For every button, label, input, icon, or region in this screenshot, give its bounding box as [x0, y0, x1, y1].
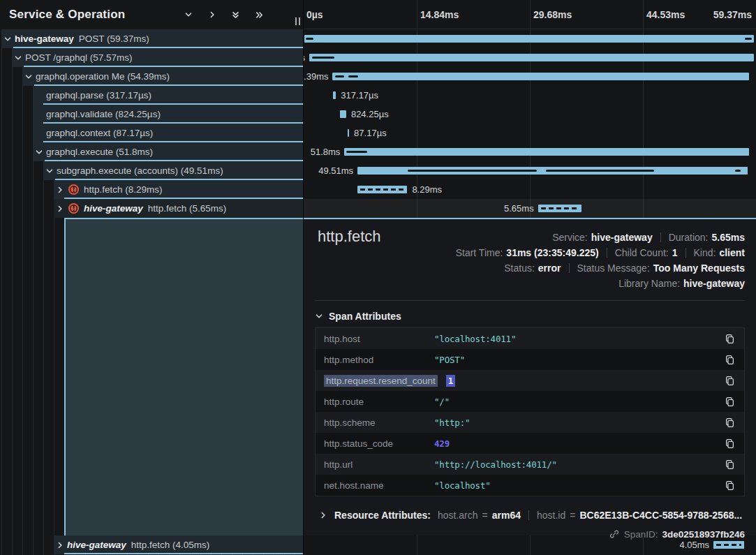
span-duration-bar[interactable]	[304, 35, 753, 43]
meta-value: 31ms (23:35:49.225)	[506, 247, 598, 258]
meta-value: 1	[672, 247, 678, 258]
attribute-row: http.route "/"	[316, 391, 744, 412]
tree-row[interactable]: ! hive-gateway http.fetch (5.65ms)	[0, 199, 303, 218]
span-tree-panel: Service & Operation ! hive-gateway POST …	[0, 0, 304, 555]
chevron-icon[interactable]	[34, 110, 44, 119]
tree-row[interactable]: ! POST /graphql (57.57ms)	[0, 48, 303, 67]
attribute-key: http.host	[324, 334, 434, 344]
timeline-row[interactable]: 824.25µs	[304, 105, 756, 124]
meta-label: Child Count:	[615, 247, 669, 258]
span-duration-bar[interactable]	[348, 129, 349, 137]
bar-child-mark	[346, 151, 367, 153]
span-duration-bar[interactable]	[333, 91, 336, 99]
tree-row[interactable]: ! http.fetch (8.29ms)	[0, 180, 303, 199]
timeline-row[interactable]: 49.51ms	[304, 161, 756, 180]
copy-icon[interactable]	[723, 395, 736, 408]
span-attributes-toggle[interactable]: Span Attributes	[315, 309, 745, 323]
panel-resize-handle[interactable]	[295, 17, 300, 25]
span-duration-bar[interactable]	[309, 54, 754, 61]
span-label: http.fetch (8.29ms)	[84, 184, 163, 195]
attribute-key: http.request.resend_count	[324, 376, 446, 386]
attribute-key: http.scheme	[324, 417, 434, 428]
meta-line: Status:errorStatus Message:Too Many Requ…	[504, 260, 745, 275]
span-duration-bar[interactable]	[357, 186, 407, 193]
equals-sign: =	[482, 510, 488, 521]
span-name-title: http.fetch	[315, 228, 381, 290]
collapse-one-level-icon[interactable]	[182, 9, 194, 21]
timeline-row[interactable]: 57.57ms	[304, 48, 756, 67]
tree-row[interactable]: ! graphql.parse (317.17µs)	[0, 86, 303, 105]
attribute-key: http.url	[324, 459, 434, 470]
tree-row[interactable]: ! graphql.validate (824.25µs)	[0, 105, 303, 124]
time-axis-tick-label: 0µs	[306, 0, 323, 29]
chevron-down-icon[interactable]	[13, 53, 23, 63]
span-attributes-title: Span Attributes	[329, 311, 401, 322]
resource-attribute-value: arm64	[492, 510, 521, 521]
chevron-right-icon[interactable]	[55, 204, 65, 214]
bar-child-mark	[546, 170, 655, 172]
timeline-row[interactable]: 317.17µs	[304, 86, 756, 105]
attribute-value: "http:"	[434, 417, 718, 428]
bar-duration-label: 49.51ms	[318, 161, 353, 180]
bar-child-mark	[312, 57, 334, 59]
tree-row[interactable]: ! graphql.operation Me (54.39ms)	[0, 67, 303, 86]
chevron-down-icon[interactable]	[3, 34, 13, 44]
copy-icon[interactable]	[723, 353, 736, 366]
tree-row[interactable]: ! subgraph.execute (accounts) (49.51ms)	[0, 161, 303, 180]
tree-row[interactable]: ! graphql.execute (51.8ms)	[0, 142, 303, 161]
attribute-value: "POST"	[434, 355, 718, 365]
chevron-right-icon[interactable]	[55, 185, 65, 195]
copy-icon[interactable]	[723, 479, 736, 491]
bar-child-mark	[306, 38, 313, 40]
chevron-down-icon[interactable]	[24, 72, 34, 82]
error-status-icon: !	[68, 203, 79, 214]
chevron-icon[interactable]	[34, 128, 44, 138]
link-icon[interactable]	[609, 529, 620, 540]
expand-one-level-icon[interactable]	[206, 9, 218, 21]
expand-all-icon[interactable]	[253, 9, 265, 21]
bar-duration-label: 317.17µs	[341, 86, 378, 105]
bar-duration-label: 57.57ms	[304, 48, 305, 67]
meta-label: Status Message:	[577, 262, 650, 274]
tree-row[interactable]: ! graphql.context (87.17µs)	[0, 124, 303, 142]
vertical-divider	[607, 248, 607, 258]
copy-icon[interactable]	[723, 332, 736, 345]
copy-icon[interactable]	[723, 374, 736, 387]
attribute-key: net.host.name	[324, 480, 434, 491]
resource-attributes-preview: host.arch=arm64host.id=BC62E13B-C4CC-585…	[438, 510, 745, 521]
attribute-value: 429	[434, 438, 718, 449]
chevron-right-icon[interactable]	[55, 540, 65, 550]
meta-label: Start Time:	[456, 247, 503, 258]
attribute-row: http.request.resend_count 1	[316, 370, 744, 391]
tree-row[interactable]: ! hive-gateway http.fetch (4.05ms)	[0, 535, 303, 554]
timeline-row[interactable]	[304, 29, 756, 48]
bar-duration-label: 8.29ms	[412, 180, 442, 199]
span-duration-bar[interactable]	[340, 110, 346, 118]
span-label: graphql.parse (317.17µs)	[46, 90, 151, 101]
timeline-row[interactable]: 5.65ms	[304, 199, 756, 218]
copy-icon[interactable]	[723, 458, 736, 471]
tree-row[interactable]: ! hive-gateway POST (59.37ms)	[0, 29, 303, 48]
resource-attributes-toggle[interactable]: Resource Attributes: host.arch=arm64host…	[315, 508, 745, 523]
detail-header: http.fetch Service:hive-gatewayDuration:…	[315, 219, 745, 290]
meta-label: Status:	[504, 262, 535, 274]
chevron-icon[interactable]	[34, 91, 44, 101]
span-duration-bar[interactable]	[344, 148, 749, 156]
meta-line: Start Time:31ms (23:35:49.225)Child Coun…	[456, 245, 745, 260]
span-duration-bar[interactable]	[713, 541, 744, 549]
collapse-all-icon[interactable]	[230, 9, 242, 21]
timeline-row[interactable]: 54.39ms	[304, 67, 756, 86]
timeline-row[interactable]: 87.17µs	[304, 124, 756, 142]
bar-duration-label: 87.17µs	[354, 124, 387, 142]
span-duration-bar[interactable]	[332, 73, 749, 80]
meta-line: Service:hive-gatewayDuration:5.65ms	[552, 230, 745, 244]
span-duration-bar[interactable]	[538, 205, 581, 212]
span-metadata: Service:hive-gatewayDuration:5.65msStart…	[381, 228, 745, 290]
copy-icon[interactable]	[723, 416, 736, 429]
copy-icon[interactable]	[723, 437, 736, 450]
chevron-down-icon[interactable]	[45, 166, 54, 176]
tree-toolbar	[182, 9, 265, 21]
chevron-down-icon[interactable]	[34, 147, 44, 157]
timeline-row[interactable]: 8.29ms	[304, 180, 756, 199]
timeline-row[interactable]: 51.8ms	[304, 142, 756, 161]
